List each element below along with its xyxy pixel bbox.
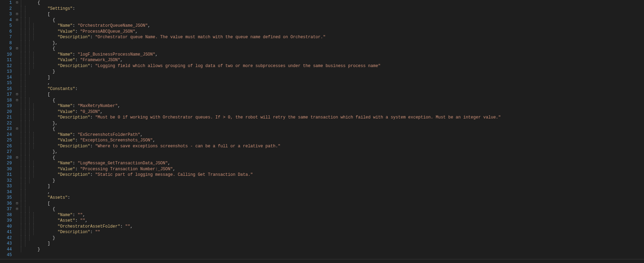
line-number[interactable]: 15	[0, 80, 12, 86]
code-line[interactable]: "Description": "Must be 0 if working wit…	[38, 115, 644, 121]
fold-toggle-icon[interactable]: ⊟	[14, 92, 20, 98]
line-number[interactable]: 28	[0, 155, 12, 161]
line-number[interactable]: 35	[0, 195, 12, 201]
code-line[interactable]: "Description": "Orchestrator queue Name.…	[38, 34, 644, 40]
fold-column[interactable]: ⊟⊟⊟⊟⊟⊟⊟⊟⊟⊟	[14, 0, 20, 258]
code-line[interactable]: "Name": "OrchestratorQueueName_JSON",	[38, 23, 644, 29]
line-number[interactable]: 10	[0, 52, 12, 58]
line-number[interactable]: 39	[0, 218, 12, 224]
line-number[interactable]: 40	[0, 224, 12, 230]
line-number[interactable]: 26	[0, 143, 12, 149]
code-line[interactable]: "OrchestratorAssetFolder": "",	[38, 224, 644, 230]
line-number[interactable]: 18	[0, 98, 12, 104]
fold-toggle-icon[interactable]: ⊟	[14, 17, 20, 23]
code-area[interactable]: { "Settings": [ { "Name": "OrchestratorQ…	[37, 0, 644, 258]
line-number[interactable]: 27	[0, 149, 12, 155]
line-number[interactable]: 45	[0, 252, 12, 258]
code-line[interactable]: {	[38, 206, 644, 212]
code-line[interactable]: ]	[38, 241, 644, 247]
line-number[interactable]: 11	[0, 57, 12, 63]
line-number[interactable]: 8	[0, 40, 12, 46]
code-line[interactable]: "Name": "MaxRetryNumber",	[38, 103, 644, 109]
code-line[interactable]: {	[38, 17, 644, 23]
code-line[interactable]: },	[38, 149, 644, 155]
fold-toggle-icon[interactable]: ⊟	[14, 201, 20, 207]
code-line[interactable]: [	[38, 92, 644, 98]
code-line[interactable]: "Description": ""	[38, 229, 644, 235]
code-line[interactable]: "Value": "0_JSON",	[38, 109, 644, 115]
line-number-gutter[interactable]: 1234567891011121314151617181920212223242…	[0, 0, 14, 258]
code-line[interactable]: "Value": "Framework_JSON",	[38, 57, 644, 63]
line-number[interactable]: 30	[0, 166, 12, 172]
code-line[interactable]: "Asset": "",	[38, 218, 644, 224]
code-line[interactable]: [	[38, 11, 644, 17]
code-line[interactable]: }	[38, 247, 644, 253]
code-editor[interactable]: 1234567891011121314151617181920212223242…	[0, 0, 644, 258]
line-number[interactable]: 14	[0, 75, 12, 81]
code-line[interactable]: }	[38, 235, 644, 241]
code-line[interactable]: }	[38, 69, 644, 75]
code-line[interactable]: "Name": "LogMessage_GetTransactionData_J…	[38, 161, 644, 166]
fold-toggle-icon[interactable]: ⊟	[14, 206, 20, 212]
code-line[interactable]: ]	[38, 183, 644, 189]
line-number[interactable]: 17	[0, 92, 12, 98]
code-line[interactable]: "Description": "Logging field which allo…	[38, 63, 644, 69]
line-number[interactable]: 20	[0, 109, 12, 115]
fold-toggle-icon[interactable]: ⊟	[14, 126, 20, 132]
code-line[interactable]: ,	[38, 189, 644, 195]
line-number[interactable]: 7	[0, 34, 12, 40]
code-line[interactable]: "Description": "Static part of logging m…	[38, 172, 644, 178]
line-number[interactable]: 13	[0, 69, 12, 75]
line-number[interactable]: 25	[0, 138, 12, 143]
code-line[interactable]: },	[38, 40, 644, 46]
code-line[interactable]: ,	[38, 80, 644, 86]
code-line[interactable]: "Name": "ExScreenshotsFolderPath",	[38, 132, 644, 138]
line-number[interactable]: 4	[0, 17, 12, 23]
line-number[interactable]: 34	[0, 189, 12, 195]
fold-toggle-icon[interactable]: ⊟	[14, 46, 20, 52]
code-line[interactable]: {	[38, 0, 644, 6]
line-number[interactable]: 16	[0, 86, 12, 92]
line-number[interactable]: 9	[0, 46, 12, 52]
line-number[interactable]: 36	[0, 201, 12, 207]
code-line[interactable]: },	[38, 121, 644, 126]
line-number[interactable]: 29	[0, 161, 12, 166]
line-number[interactable]: 37	[0, 206, 12, 212]
fold-toggle-icon[interactable]: ⊟	[14, 155, 20, 161]
code-line[interactable]: {	[38, 155, 644, 161]
line-number[interactable]: 31	[0, 172, 12, 178]
code-line[interactable]: "Settings":	[38, 6, 644, 12]
line-number[interactable]: 42	[0, 235, 12, 241]
line-number[interactable]: 3	[0, 11, 12, 17]
code-line[interactable]: {	[38, 126, 644, 132]
line-number[interactable]: 12	[0, 63, 12, 69]
code-line[interactable]	[38, 252, 644, 258]
code-line[interactable]: "Name": "",	[38, 212, 644, 218]
code-line[interactable]: "Description": "Where to save exceptions…	[38, 143, 644, 149]
code-line[interactable]: "Value": "Exceptions_Screenshots_JSON",	[38, 138, 644, 143]
code-line[interactable]: "Constants":	[38, 86, 644, 92]
line-number[interactable]: 6	[0, 29, 12, 35]
line-number[interactable]: 21	[0, 115, 12, 121]
line-number[interactable]: 44	[0, 247, 12, 253]
code-line[interactable]: }	[38, 178, 644, 184]
line-number[interactable]: 1	[0, 0, 12, 6]
line-number[interactable]: 22	[0, 121, 12, 126]
line-number[interactable]: 43	[0, 241, 12, 247]
fold-toggle-icon[interactable]: ⊟	[14, 11, 20, 17]
code-line[interactable]: [	[38, 201, 644, 207]
code-line[interactable]: {	[38, 98, 644, 104]
line-number[interactable]: 33	[0, 183, 12, 189]
line-number[interactable]: 32	[0, 178, 12, 184]
line-number[interactable]: 2	[0, 6, 12, 12]
code-line[interactable]: "Value": "ProcessABCQueue_JSON",	[38, 29, 644, 35]
line-number[interactable]: 19	[0, 103, 12, 109]
line-number[interactable]: 41	[0, 229, 12, 235]
fold-toggle-icon[interactable]: ⊟	[14, 98, 20, 104]
code-line[interactable]: "Assets":	[38, 195, 644, 201]
code-line[interactable]: "Value": "Processing Transaction Number:…	[38, 166, 644, 172]
code-line[interactable]: "Name": "logF_BusinessProcessName_JSON",	[38, 52, 644, 58]
fold-toggle-icon[interactable]: ⊟	[14, 0, 20, 6]
code-line[interactable]: {	[38, 46, 644, 52]
line-number[interactable]: 24	[0, 132, 12, 138]
